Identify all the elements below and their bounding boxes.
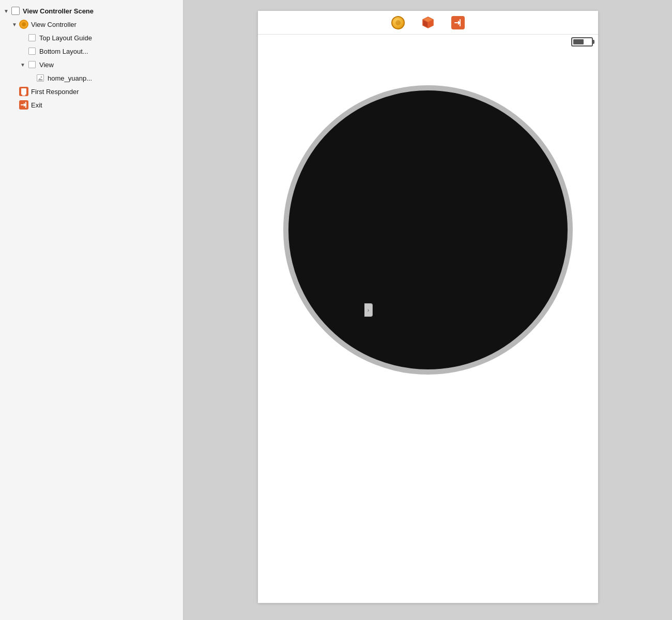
view-controller-icon bbox=[19, 19, 29, 29]
scene-title-label: View Controller Scene bbox=[23, 7, 94, 15]
bottom-layout-icon bbox=[27, 46, 37, 56]
svg-point-2 bbox=[41, 76, 42, 78]
svg-rect-12 bbox=[460, 19, 461, 26]
tree-item-view-controller-scene[interactable]: ▼ View Controller Scene bbox=[0, 4, 183, 18]
top-layout-guide-label: Top Layout Guide bbox=[39, 34, 92, 42]
scene-icon bbox=[10, 6, 21, 16]
tree-item-view-controller[interactable]: ▼ View Controller bbox=[0, 18, 183, 31]
home-yuanp-image-view[interactable] bbox=[283, 85, 573, 375]
view-label: View bbox=[39, 61, 54, 69]
status-bar bbox=[258, 35, 598, 49]
tree-item-bottom-layout[interactable]: Bottom Layout... bbox=[0, 44, 183, 58]
battery-icon bbox=[571, 37, 593, 47]
collapse-arrow: › bbox=[368, 307, 369, 313]
tree-item-first-responder[interactable]: First Responder bbox=[0, 85, 183, 98]
toolbar-view-controller-icon[interactable] bbox=[391, 16, 405, 30]
tree-item-exit[interactable]: Exit bbox=[0, 98, 183, 112]
home-yuanp-label: home_yuanp... bbox=[48, 74, 92, 82]
tree-item-top-layout-guide[interactable]: Top Layout Guide bbox=[0, 31, 183, 44]
toggle-view[interactable]: ▼ bbox=[19, 62, 27, 68]
canvas-toolbar bbox=[258, 11, 598, 35]
toolbar-exit-icon[interactable] bbox=[451, 16, 465, 30]
iphone-screen bbox=[258, 35, 598, 603]
first-responder-label: First Responder bbox=[31, 88, 79, 96]
first-responder-icon bbox=[19, 86, 29, 97]
tree-item-view[interactable]: ▼ View bbox=[0, 58, 183, 71]
bottom-layout-label: Bottom Layout... bbox=[39, 48, 88, 55]
scene-navigator: ▼ View Controller Scene ▼ View Controlle… bbox=[0, 0, 184, 620]
canvas-area bbox=[184, 0, 672, 620]
view-icon bbox=[27, 59, 37, 70]
toolbar-cube-icon[interactable] bbox=[421, 16, 435, 30]
iphone-frame bbox=[257, 10, 599, 603]
exit-icon bbox=[19, 100, 29, 110]
screen-content bbox=[258, 49, 598, 380]
top-layout-guide-icon bbox=[27, 33, 37, 43]
svg-rect-5 bbox=[25, 102, 26, 108]
exit-label: Exit bbox=[31, 101, 42, 109]
collapse-handle[interactable]: › bbox=[364, 303, 373, 317]
toggle-view-controller[interactable]: ▼ bbox=[10, 22, 19, 27]
view-controller-label: View Controller bbox=[31, 21, 77, 28]
tree-item-home-yuanp[interactable]: home_yuanp... bbox=[0, 71, 183, 85]
home-yuanp-icon bbox=[35, 73, 45, 83]
toggle-view-controller-scene[interactable]: ▼ bbox=[2, 8, 10, 14]
battery-fill bbox=[573, 39, 584, 44]
